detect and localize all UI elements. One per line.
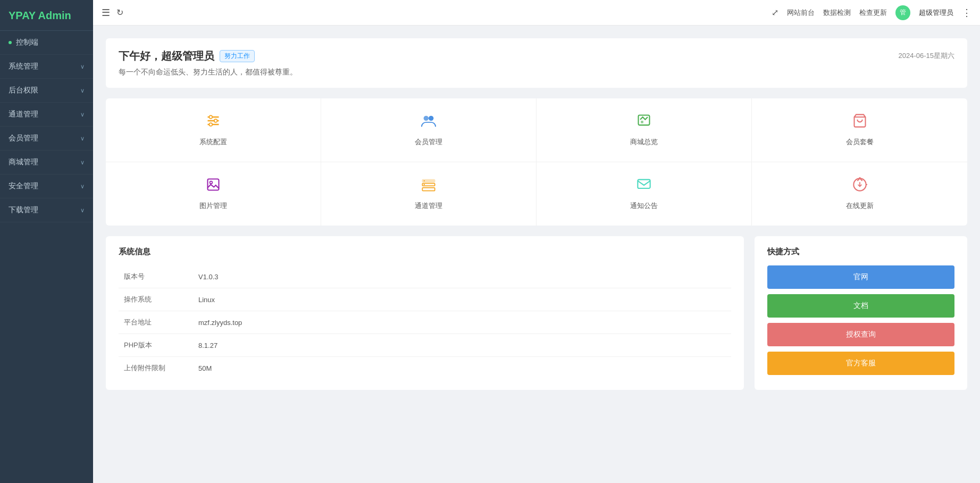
- sidebar-item-label: 通道管理: [9, 110, 38, 119]
- quick-links-panel: 快捷方式 官网 文档 授权查询 官方客服: [755, 236, 967, 390]
- nav-card-member-mgmt[interactable]: 会员管理: [321, 98, 537, 162]
- nav-label-image-mgmt: 图片管理: [199, 201, 227, 211]
- main-area: ☰ ↻ ⤢ 网站前台 数据检测 检查更新 管 超级管理员 ⋮ 下午好，超级管理员…: [93, 0, 980, 483]
- online-update-icon: [852, 177, 867, 196]
- sidebar-item-label: 控制端: [16, 38, 38, 47]
- status-badge: 努力工作: [220, 50, 255, 62]
- nav-label-channel-mgmt: 通道管理: [415, 201, 442, 211]
- member-pkg-icon: [852, 113, 867, 132]
- docs-button[interactable]: 文档: [767, 294, 954, 318]
- table-row: 操作系统 Linux: [119, 288, 731, 311]
- official-site-button[interactable]: 官网: [767, 265, 954, 289]
- info-value: V1.0.3: [193, 265, 731, 288]
- nav-card-channel-mgmt[interactable]: 通道管理: [321, 162, 537, 226]
- nav-card-sys-config[interactable]: 系统配置: [106, 98, 321, 162]
- nav-card-online-update[interactable]: 在线更新: [752, 162, 967, 226]
- info-label: 操作系统: [119, 288, 193, 311]
- svg-rect-8: [639, 115, 650, 126]
- support-button[interactable]: 官方客服: [767, 352, 954, 375]
- quick-nav-row1: 系统配置 会员管理: [106, 98, 967, 162]
- sidebar-item-system[interactable]: 系统管理 ∨: [0, 55, 93, 79]
- content-area: 下午好，超级管理员 努力工作 每一个不向命运低头、努力生活的人，都值得被尊重。 …: [93, 26, 980, 483]
- sidebar: YPAY Admin 控制端 系统管理 ∨ 后台权限 ∨ 通道管理 ∨ 会员管理…: [0, 0, 93, 483]
- svg-rect-9: [641, 121, 643, 123]
- info-value: 8.1.27: [193, 334, 731, 357]
- bottom-section: 系统信息 版本号 V1.0.3 操作系统 Linux 平台地址 mzf.zlyy…: [106, 236, 967, 390]
- more-icon[interactable]: ⋮: [962, 7, 971, 19]
- chevron-down-icon: ∨: [80, 111, 85, 118]
- shop-overview-icon: [636, 113, 651, 132]
- svg-point-7: [429, 116, 433, 121]
- info-label: 平台地址: [119, 311, 193, 334]
- sidebar-item-label: 系统管理: [9, 62, 38, 71]
- info-value: mzf.zlyyds.top: [193, 311, 731, 334]
- system-info-title: 系统信息: [119, 247, 731, 257]
- table-row: 版本号 V1.0.3: [119, 265, 731, 288]
- chevron-down-icon: ∨: [80, 159, 85, 166]
- nav-card-image-mgmt[interactable]: 图片管理: [106, 162, 321, 226]
- user-label: 超级管理员: [919, 8, 953, 18]
- table-row: PHP版本 8.1.27: [119, 334, 731, 357]
- info-label: 版本号: [119, 265, 193, 288]
- quick-nav-row2: 图片管理 通道管理: [106, 162, 967, 226]
- nav-card-notice[interactable]: 通知公告: [537, 162, 752, 226]
- nav-label-member-pkg: 会员套餐: [846, 137, 874, 147]
- auth-query-button[interactable]: 授权查询: [767, 323, 954, 346]
- sidebar-item-download[interactable]: 下载管理 ∨: [0, 198, 93, 222]
- notice-icon: [636, 177, 651, 196]
- chevron-down-icon: ∨: [80, 87, 85, 94]
- chevron-down-icon: ∨: [80, 207, 85, 214]
- sidebar-item-channel[interactable]: 通道管理 ∨: [0, 103, 93, 127]
- info-label: 上传附件限制: [119, 357, 193, 380]
- info-value: 50M: [193, 357, 731, 380]
- info-value: Linux: [193, 288, 731, 311]
- nav-data-check-link[interactable]: 数据检测: [823, 8, 851, 18]
- system-info-panel: 系统信息 版本号 V1.0.3 操作系统 Linux 平台地址 mzf.zlyy…: [106, 236, 744, 390]
- nav-label-notice: 通知公告: [630, 201, 658, 211]
- nav-check-update-link[interactable]: 检查更新: [859, 8, 887, 18]
- sidebar-item-label: 后台权限: [9, 86, 38, 95]
- refresh-icon[interactable]: ↻: [116, 7, 123, 18]
- member-mgmt-icon: [421, 113, 437, 132]
- nav-label-shop-overview: 商城总览: [630, 137, 658, 147]
- nav-website-link[interactable]: 网站前台: [787, 8, 815, 18]
- sidebar-logo: YPAY Admin: [0, 0, 93, 31]
- info-label: PHP版本: [119, 334, 193, 357]
- svg-point-4: [214, 119, 217, 122]
- sys-config-icon: [206, 113, 221, 132]
- sidebar-item-label: 会员管理: [9, 134, 38, 143]
- avatar: 管: [895, 5, 910, 20]
- svg-rect-13: [422, 188, 434, 191]
- welcome-date: 2024-06-15星期六: [899, 51, 955, 61]
- svg-point-12: [210, 181, 213, 184]
- topbar: ☰ ↻ ⤢ 网站前台 数据检测 检查更新 管 超级管理员 ⋮: [93, 0, 980, 26]
- sidebar-item-label: 下载管理: [9, 205, 38, 215]
- chevron-down-icon: ∨: [80, 63, 85, 70]
- svg-point-5: [209, 123, 212, 126]
- sidebar-item-member[interactable]: 会员管理 ∨: [0, 127, 93, 151]
- chevron-down-icon: ∨: [80, 183, 85, 190]
- quick-nav-panel: 系统配置 会员管理: [106, 98, 967, 226]
- channel-mgmt-icon: [421, 177, 436, 196]
- sidebar-item-shop[interactable]: 商城管理 ∨: [0, 151, 93, 174]
- menu-icon[interactable]: ☰: [102, 7, 110, 19]
- welcome-section: 下午好，超级管理员 努力工作 每一个不向命运低头、努力生活的人，都值得被尊重。 …: [106, 38, 967, 88]
- expand-icon[interactable]: ⤢: [772, 7, 778, 18]
- welcome-subtitle: 每一个不向命运低头、努力生活的人，都值得被尊重。: [119, 68, 297, 77]
- sidebar-item-label: 商城管理: [9, 157, 38, 167]
- table-row: 平台地址 mzf.zlyyds.top: [119, 311, 731, 334]
- sidebar-item-security[interactable]: 安全管理 ∨: [0, 174, 93, 198]
- sidebar-item-dashboard[interactable]: 控制端: [0, 31, 93, 55]
- nav-label-online-update: 在线更新: [846, 201, 874, 211]
- sidebar-item-label: 安全管理: [9, 181, 38, 191]
- svg-rect-11: [208, 179, 219, 190]
- nav-card-member-pkg[interactable]: 会员套餐: [752, 98, 967, 162]
- dot-icon: [9, 41, 12, 44]
- welcome-title: 下午好，超级管理员 努力工作: [119, 49, 297, 63]
- info-table: 版本号 V1.0.3 操作系统 Linux 平台地址 mzf.zlyyds.to…: [119, 265, 731, 379]
- chevron-down-icon: ∨: [80, 135, 85, 142]
- sidebar-item-backend[interactable]: 后台权限 ∨: [0, 79, 93, 103]
- svg-point-6: [424, 116, 429, 121]
- nav-card-shop-overview[interactable]: 商城总览: [537, 98, 752, 162]
- nav-label-member-mgmt: 会员管理: [415, 137, 442, 147]
